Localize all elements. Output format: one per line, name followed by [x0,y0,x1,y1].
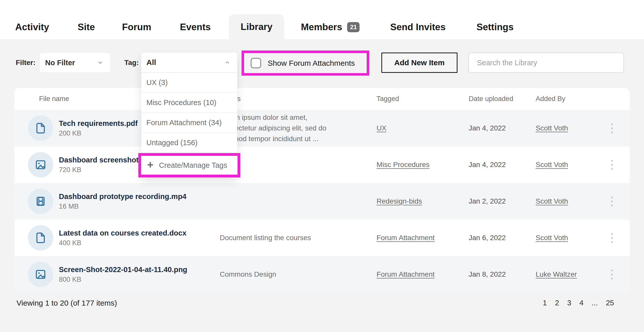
row-actions-menu-icon[interactable] [604,233,619,243]
file-description: Commons Design [220,269,342,280]
added-by-link[interactable]: Luke Waltzer [536,270,577,278]
tag-option-untagged[interactable]: Untagged (156) [141,133,237,153]
top-navigation: Activity Site Forum Events Library Membe… [0,0,644,39]
chevron-down-icon [97,60,103,66]
column-header-details: Details [220,95,377,103]
tag-select-value: All [146,58,156,67]
table-row: Screen-Shot-2022-01-04-at-11.40.png 800 … [14,256,630,293]
pagination-page-4[interactable]: 4 [579,299,583,307]
tag-dropdown: All UX (3) Misc Procedures (10) Forum At… [141,53,237,177]
library-page: Activity Site Forum Events Library Membe… [0,0,644,332]
library-content: Filter: No Filter Tag: All UX (3) Misc P… [0,39,644,332]
tab-send-invites[interactable]: Send Invites [390,15,446,39]
search-input[interactable] [468,53,624,73]
file-name: Latest data on courses created.docx [59,229,187,237]
date-uploaded: Jan 4, 2022 [469,161,536,169]
library-table: File name Details Tagged Date uploaded A… [14,88,630,293]
tab-activity[interactable]: Activity [15,15,49,39]
tag-link[interactable]: Misc Procedures [377,161,430,169]
tag-option-ux[interactable]: UX (3) [141,73,237,93]
pagination-page-25[interactable]: 25 [606,299,614,307]
pagination-page-3[interactable]: 3 [567,299,571,307]
tab-library[interactable]: Library [229,14,284,39]
file-type-icon-image [28,152,53,177]
tab-events[interactable]: Events [180,15,211,39]
highlight-box-manage-tags: + Create/Manage Tags [138,153,240,177]
file-size: 16 MB [59,203,187,210]
tag-link[interactable]: Forum Attachment [377,234,435,242]
filter-label: Filter: [16,53,36,73]
file-size: 720 KB [59,166,152,174]
file-size: 400 KB [59,239,187,247]
show-forum-attachments-label: Show Forum Attachments [268,59,355,68]
file-size: 800 KB [59,276,187,284]
plus-icon: + [147,159,154,170]
row-actions-menu-icon[interactable] [604,270,619,279]
file-description: Document listing the courses [220,233,342,243]
table-row: Dashboard screenshot.jpg 720 KB Misc Pro… [14,146,630,183]
column-header-added-by: Added By [536,95,601,103]
tag-link[interactable]: UX [377,124,386,132]
filter-select-value: No Filter [45,59,75,67]
highlight-box-show-forum-attachments: Show Forum Attachments [242,51,369,76]
tab-settings[interactable]: Settings [477,15,514,39]
viewing-summary: Viewing 1 to 20 (of 177 items) [16,299,117,307]
row-actions-menu-icon[interactable] [604,160,619,170]
added-by-link[interactable]: Scott Voth [536,124,568,132]
added-by-link[interactable]: Scott Voth [536,197,568,205]
file-name: Dashboard screenshot.jpg [59,156,152,164]
file-type-icon-document [28,115,53,141]
file-type-icon-document [28,225,53,251]
chevron-up-icon [225,60,230,65]
added-by-link[interactable]: Scott Voth [536,234,568,242]
file-name: Dashboard prototype recording.mp4 [59,192,187,201]
show-forum-attachments-checkbox[interactable] [251,58,261,68]
pagination-page-1[interactable]: 1 [543,299,547,307]
column-header-date-uploaded: Date uploaded [469,95,536,103]
tag-select[interactable]: All [141,53,237,73]
table-row: Tech requirements.pdf 200 KB Lorem ipsum… [14,110,630,146]
tag-link[interactable]: Redesign-bids [377,197,422,205]
file-name: Screen-Shot-2022-01-04-at-11.40.png [59,265,187,274]
tab-members[interactable]: Members 21 [301,15,360,39]
tag-option-forum-attachment[interactable]: Forum Attachment (34) [141,113,237,133]
tab-site[interactable]: Site [78,15,95,39]
file-name: Tech requirements.pdf [59,119,138,128]
file-description: Lorem ipsum dolor sit amet, consectetur … [220,112,342,144]
pagination: 1 2 3 4 ... 25 [543,299,614,307]
tag-option-misc-procedures[interactable]: Misc Procedures (10) [141,93,237,113]
members-count-badge: 21 [347,22,360,32]
pagination-page-2[interactable]: 2 [555,299,559,307]
date-uploaded: Jan 8, 2022 [469,270,536,278]
tag-label: Tag: [124,53,139,73]
add-new-item-button[interactable]: Add New Item [381,53,457,73]
table-row: Dashboard prototype recording.mp4 16 MB … [14,183,630,220]
file-type-icon-image [28,262,53,287]
tab-forum[interactable]: Forum [122,15,151,39]
create-manage-tags-option[interactable]: + Create/Manage Tags [141,156,238,175]
column-header-tagged: Tagged [377,95,469,103]
added-by-link[interactable]: Scott Voth [536,161,568,169]
date-uploaded: Jan 2, 2022 [469,197,536,205]
tag-link[interactable]: Forum Attachment [377,270,435,278]
table-header-row: File name Details Tagged Date uploaded A… [14,88,630,110]
row-actions-menu-icon[interactable] [604,123,619,133]
file-type-icon-video [28,189,53,214]
filter-select[interactable]: No Filter [39,53,111,73]
pagination-ellipsis: ... [592,299,598,307]
file-size: 200 KB [59,129,138,137]
date-uploaded: Jan 6, 2022 [469,234,536,242]
table-row: Latest data on courses created.docx 400 … [14,220,630,256]
row-actions-menu-icon[interactable] [604,196,619,206]
date-uploaded: Jan 4, 2022 [469,124,536,132]
